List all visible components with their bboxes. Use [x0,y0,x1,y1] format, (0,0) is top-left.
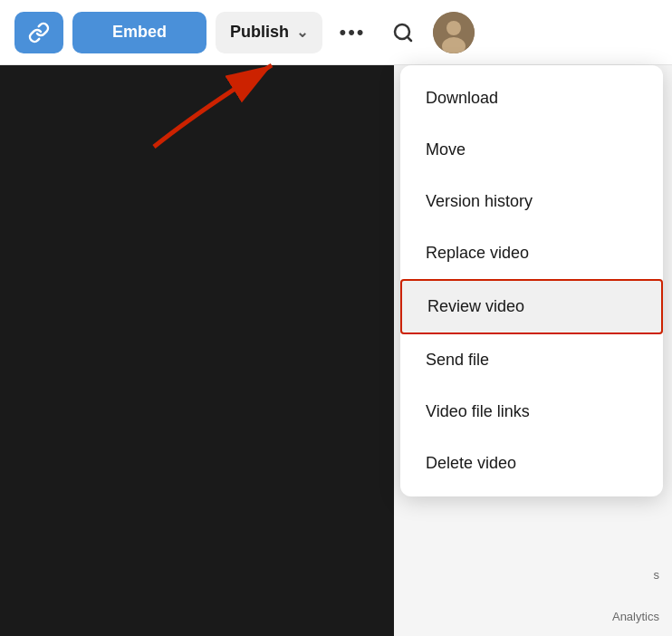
dropdown-item-delete-video[interactable]: Delete video [400,438,663,489]
dropdown-item-version-history[interactable]: Version history [400,176,663,227]
more-options-button[interactable]: ••• [331,12,373,53]
avatar[interactable] [433,12,475,53]
publish-label: Publish [230,23,289,42]
avatar-image [433,12,475,53]
embed-label: Embed [112,23,167,42]
dropdown-item-move[interactable]: Move [400,124,663,176]
dropdown-item-video-file-links[interactable]: Video file links [400,386,663,438]
publish-button[interactable]: Publish ⌄ [216,12,322,53]
ellipsis-icon: ••• [339,21,365,44]
svg-line-1 [408,36,411,40]
dropdown-item-review-video[interactable]: Review video [400,279,663,334]
dropdown-item-download[interactable]: Download [400,72,663,124]
svg-point-3 [446,21,461,35]
dropdown-item-replace-video[interactable]: Replace video [400,227,663,279]
main-content: Download Move Version history Replace vi… [0,65,672,636]
video-preview-panel [0,65,394,636]
search-icon [392,22,414,43]
chevron-down-icon: ⌄ [296,24,308,41]
embed-button[interactable]: Embed [72,12,206,53]
dropdown-menu: Download Move Version history Replace vi… [400,65,663,496]
side-hint: s [654,568,660,582]
search-button[interactable] [382,12,424,53]
dropdown-item-send-file[interactable]: Send file [400,334,663,386]
toolbar: Embed Publish ⌄ ••• [0,0,672,65]
link-icon-button[interactable] [14,12,63,53]
analytics-hint: Analytics [612,610,659,623]
